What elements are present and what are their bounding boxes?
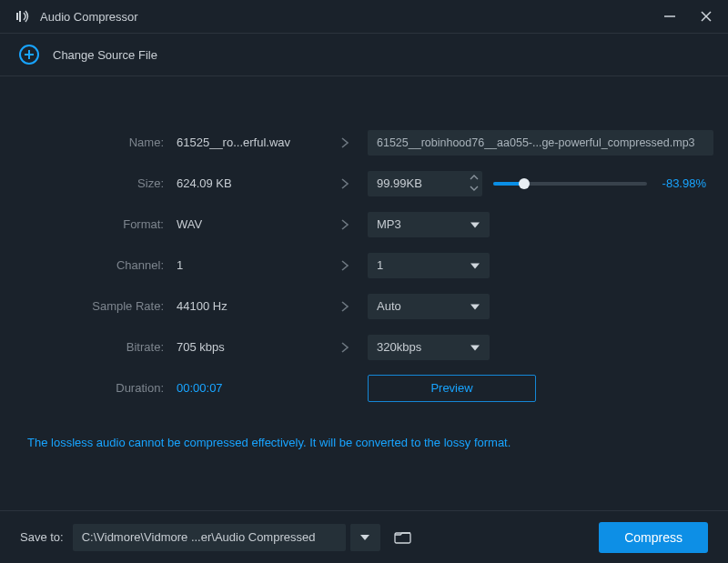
app-title: Audio Compressor: [40, 10, 662, 24]
chevron-down-icon: [470, 299, 480, 313]
channel-select[interactable]: 1: [368, 253, 490, 278]
compress-button[interactable]: Compress: [599, 522, 708, 553]
close-button[interactable]: [699, 9, 713, 24]
format-select-text: MP3: [377, 217, 401, 231]
lossless-warning: The lossless audio cannot be compressed …: [22, 408, 706, 449]
output-name-text: 61525__robinhood76__aa055-...ge-powerful…: [377, 136, 695, 149]
size-slider-wrap: -83.98%: [493, 176, 706, 190]
samplerate-value: 44100 Hz: [177, 299, 322, 313]
slider-thumb[interactable]: [519, 178, 530, 189]
arrow-icon: [322, 300, 368, 313]
chevron-down-icon: [470, 217, 480, 231]
svg-marker-9: [470, 263, 480, 268]
svg-marker-10: [470, 304, 480, 309]
svg-marker-12: [360, 535, 369, 540]
preview-button-label: Preview: [430, 381, 472, 395]
bitrate-select-text: 320kbps: [377, 340, 421, 354]
bitrate-label: Bitrate:: [22, 340, 177, 354]
chevron-down-icon: [470, 258, 480, 272]
duration-label: Duration:: [22, 381, 177, 395]
channel-select-text: 1: [377, 258, 383, 272]
main-panel: Name: 61525__ro...erful.wav 61525__robin…: [0, 76, 728, 510]
svg-marker-11: [470, 345, 480, 350]
svg-marker-8: [470, 222, 480, 227]
row-name: Name: 61525__ro...erful.wav 61525__robin…: [22, 122, 706, 163]
open-folder-button[interactable]: [389, 524, 417, 551]
arrow-icon: [322, 218, 368, 231]
size-step-down[interactable]: [470, 184, 479, 194]
size-percent: -83.98%: [656, 176, 706, 190]
size-value: 624.09 KB: [177, 176, 322, 190]
app-icon: [15, 8, 31, 25]
arrow-icon: [322, 177, 368, 190]
footer: Save to: C:\Vidmore\Vidmore ...er\Audio …: [0, 510, 728, 563]
save-path-dropdown[interactable]: [349, 524, 380, 551]
compress-button-label: Compress: [624, 530, 682, 545]
row-format: Format: WAV MP3: [22, 204, 706, 245]
size-slider[interactable]: [493, 182, 647, 186]
chevron-down-icon: [470, 340, 480, 354]
change-source-label[interactable]: Change Source File: [53, 48, 157, 62]
size-step-up[interactable]: [470, 173, 479, 183]
name-value: 61525__ro...erful.wav: [177, 136, 322, 149]
save-path-field[interactable]: C:\Vidmore\Vidmore ...er\Audio Compresse…: [73, 524, 346, 551]
row-channel: Channel: 1 1: [22, 245, 706, 286]
format-select[interactable]: MP3: [368, 212, 490, 237]
duration-value: 00:00:07: [177, 381, 322, 395]
name-label: Name:: [22, 136, 177, 149]
save-to-label: Save to:: [20, 530, 64, 544]
output-name-field[interactable]: 61525__robinhood76__aa055-...ge-powerful…: [368, 130, 713, 156]
svg-rect-1: [19, 11, 21, 22]
samplerate-label: Sample Rate:: [22, 299, 177, 313]
size-label: Size:: [22, 176, 177, 190]
row-samplerate: Sample Rate: 44100 Hz Auto: [22, 286, 706, 327]
format-value: WAV: [177, 217, 322, 231]
channel-label: Channel:: [22, 258, 177, 272]
svg-rect-0: [16, 13, 18, 20]
preview-button[interactable]: Preview: [368, 375, 536, 402]
samplerate-select[interactable]: Auto: [368, 294, 490, 319]
source-bar: Change Source File: [0, 33, 728, 76]
format-label: Format:: [22, 217, 177, 231]
bitrate-select[interactable]: 320kbps: [368, 335, 490, 360]
target-size-input[interactable]: 99.99KB: [368, 171, 482, 196]
minimize-button[interactable]: [662, 9, 677, 24]
arrow-icon: [322, 136, 368, 149]
samplerate-select-text: Auto: [377, 299, 401, 313]
channel-value: 1: [177, 258, 322, 272]
arrow-icon: [322, 341, 368, 354]
row-size: Size: 624.09 KB 99.99KB -83.98%: [22, 163, 706, 204]
change-source-icon[interactable]: [18, 44, 40, 65]
window-controls: [662, 9, 713, 24]
title-bar: Audio Compressor: [0, 0, 728, 33]
target-size-text: 99.99KB: [377, 176, 422, 190]
bitrate-value: 705 kbps: [177, 340, 322, 354]
row-bitrate: Bitrate: 705 kbps 320kbps: [22, 327, 706, 367]
row-duration: Duration: 00:00:07 Preview: [22, 367, 706, 408]
arrow-icon: [322, 259, 368, 272]
save-path-text: C:\Vidmore\Vidmore ...er\Audio Compresse…: [82, 530, 316, 544]
